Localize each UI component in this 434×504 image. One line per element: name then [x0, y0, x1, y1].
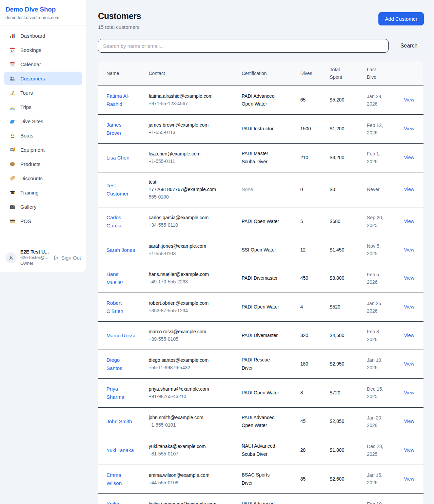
- sidebar-item-boats[interactable]: Boats: [4, 129, 82, 142]
- user-meta: E2E Test U... e2e-tester@... Owner: [20, 249, 50, 266]
- user-box: E2E Test U... e2e-tester@... Owner Sign …: [0, 244, 86, 272]
- view-link[interactable]: View: [404, 447, 414, 453]
- sign-out-button[interactable]: Sign Out: [53, 255, 81, 261]
- customer-certification: PADI Open Water: [242, 218, 279, 226]
- app: Demo Dive Shop demo.test.divestreams.com…: [0, 0, 434, 504]
- customer-phone: +34-555-0110: [149, 222, 178, 228]
- table-row: Test Customer test-1772681807767@example…: [98, 172, 423, 207]
- view-link[interactable]: View: [404, 304, 414, 310]
- sidebar-item-customers[interactable]: Customers: [4, 72, 82, 85]
- customer-total-spent: $2,850: [330, 407, 367, 436]
- customer-phone: +1-555-0101: [149, 422, 176, 428]
- customer-name-link[interactable]: Yuki Tanaka: [106, 446, 134, 454]
- package-icon: [9, 161, 16, 167]
- table-row: Sarah Jones sarah.jones@example.com +1-5…: [98, 236, 423, 264]
- page-title: Customers: [98, 11, 141, 21]
- customer-name-link[interactable]: Emma Wilson: [106, 471, 136, 487]
- graduation-cap-icon: [9, 189, 16, 196]
- page-header: Customers 15 total customers Add Custome…: [98, 11, 424, 30]
- view-link[interactable]: View: [404, 390, 414, 395]
- sidebar-item-calendar[interactable]: Calendar: [4, 57, 82, 71]
- view-link[interactable]: View: [404, 476, 414, 482]
- sidebar-item-tours[interactable]: Tours: [4, 86, 82, 99]
- customer-name-link[interactable]: Priya Sharma: [106, 385, 136, 401]
- customer-dives: 0: [300, 172, 330, 207]
- view-link[interactable]: View: [404, 97, 414, 102]
- customer-name-link[interactable]: Robert O'Brien: [106, 299, 136, 315]
- customer-dives: 320: [300, 322, 330, 350]
- view-link[interactable]: View: [404, 333, 414, 338]
- view-link[interactable]: View: [404, 275, 414, 281]
- customer-email: sarah.jones@example.com: [149, 243, 219, 250]
- customer-phone: +55-11-99876-5432: [149, 365, 190, 370]
- sidebar-item-products[interactable]: Products: [4, 157, 82, 171]
- table-row: Lisa Chen lisa.chen@example.com +1-555-0…: [98, 144, 423, 172]
- customer-name-link[interactable]: James Brown: [106, 121, 136, 137]
- customer-total-spent: $2,950: [330, 350, 367, 378]
- shop-domain: demo.test.divestreams.com: [5, 15, 81, 20]
- customer-name-link[interactable]: Lisa Chen: [106, 154, 130, 162]
- customer-total-spent: $5,200: [330, 86, 367, 115]
- search-input[interactable]: [98, 39, 389, 53]
- sidebar-item-bookings[interactable]: 17 Bookings: [4, 43, 82, 57]
- add-customer-button[interactable]: Add Customer: [378, 12, 424, 25]
- sidebar-item-label: Training: [20, 190, 39, 195]
- customer-certification: PADI Divemaster: [242, 274, 278, 282]
- table-row: James Brown james.brown@example.com +1-5…: [98, 115, 423, 144]
- view-link[interactable]: View: [404, 187, 414, 192]
- customer-last-dive: Feb 1, 2026: [367, 150, 388, 165]
- view-link[interactable]: View: [404, 219, 414, 224]
- search-button[interactable]: Search: [394, 40, 424, 52]
- sidebar-item-training[interactable]: Training: [4, 186, 82, 199]
- customer-total-spent: $3,200: [330, 144, 367, 172]
- view-link[interactable]: View: [404, 418, 414, 424]
- customer-phone: 555-0100: [149, 194, 169, 200]
- sidebar-item-label: Discounts: [20, 175, 43, 181]
- sidebar-item-trips[interactable]: Trips: [4, 100, 82, 114]
- sidebar-item-discounts[interactable]: Discounts: [4, 171, 82, 185]
- column-header-total-spent: Total Spent: [330, 61, 367, 86]
- customer-certification: SSI Open Water: [242, 246, 276, 254]
- customer-dives: 210: [300, 144, 330, 172]
- user-name: E2E Test U...: [20, 249, 50, 255]
- customer-email: robert.obrien@example.com: [149, 300, 219, 307]
- customer-name-link[interactable]: Fatima Al-Rashid: [106, 92, 136, 108]
- customer-last-dive: Feb 5, 2026: [367, 271, 388, 286]
- customer-certification: PADI Master Scuba Diver: [242, 150, 281, 166]
- customer-last-dive: Feb 12, 2026: [367, 122, 388, 137]
- customer-last-dive: Never: [367, 186, 379, 193]
- customer-certification: PADI Divemaster: [242, 332, 278, 340]
- customer-name-link[interactable]: Diego Santos: [106, 356, 136, 372]
- wave-icon: [9, 118, 16, 125]
- customer-name-link[interactable]: Sarah Jones: [106, 246, 135, 254]
- view-link[interactable]: View: [404, 247, 414, 253]
- customer-name-link[interactable]: Keiko Yamamoto: [106, 500, 136, 504]
- customer-phone: +353-87-555-1234: [149, 308, 188, 313]
- sidebar-item-label: Dashboard: [20, 33, 45, 39]
- sign-out-label: Sign Out: [61, 255, 81, 261]
- sidebar-item-pos[interactable]: POS: [4, 214, 82, 228]
- customer-total-spent: $1,200: [330, 115, 367, 144]
- customer-last-dive: Feb 10, 2026: [367, 500, 388, 504]
- customer-name-link[interactable]: Test Customer: [106, 182, 136, 198]
- customer-name-link[interactable]: Marco Rossi: [106, 332, 135, 340]
- view-link[interactable]: View: [404, 361, 414, 367]
- customer-total-spent: $520: [330, 293, 367, 322]
- table-row: Marco Rossi marco.rossi@example.com +39-…: [98, 322, 423, 350]
- view-link[interactable]: View: [404, 126, 414, 131]
- sidebar-item-label: Bookings: [20, 47, 41, 53]
- sidebar-item-equipment[interactable]: Equipment: [4, 143, 82, 156]
- customer-name-link[interactable]: John Smith: [106, 417, 132, 426]
- customer-name-link[interactable]: Hans Mueller: [106, 270, 136, 286]
- view-link[interactable]: View: [404, 155, 414, 160]
- speedboat-icon: [9, 104, 16, 110]
- column-header-certification: Certification: [242, 61, 300, 86]
- table-row: Keiko Yamamoto keiko.yamamoto@example.co…: [98, 493, 423, 504]
- sidebar-item-dive-sites[interactable]: Dive Sites: [4, 114, 82, 128]
- table-row: Yuki Tanaka yuki.tanaka@example.com +81-…: [98, 436, 423, 465]
- sidebar: Demo Dive Shop demo.test.divestreams.com…: [0, 0, 87, 272]
- sidebar-item-gallery[interactable]: Gallery: [4, 200, 82, 213]
- sidebar-item-dashboard[interactable]: Dashboard: [4, 29, 82, 42]
- customer-name-link[interactable]: Carlos Garcia: [106, 213, 136, 230]
- customer-certification: None: [242, 186, 253, 194]
